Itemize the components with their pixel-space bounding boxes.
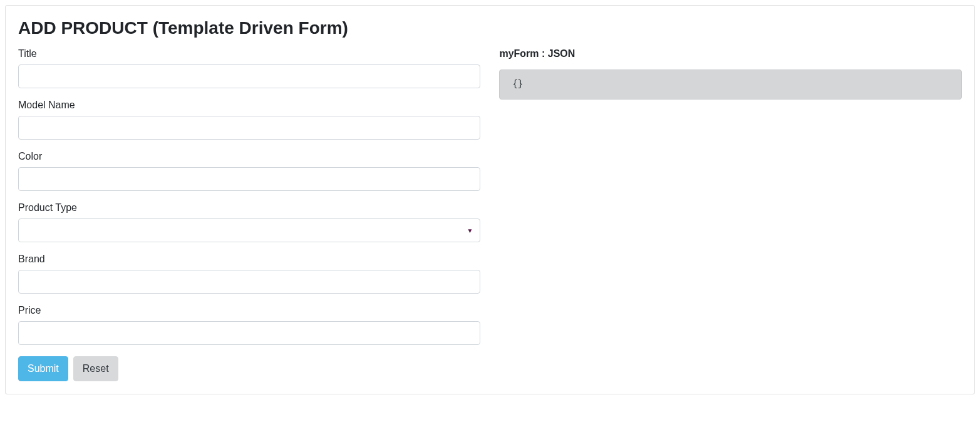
button-row: Submit Reset [18,356,480,381]
json-output: {} [499,69,962,100]
reset-button[interactable]: Reset [73,356,118,381]
model-name-input[interactable] [18,116,480,140]
field-group-color: Color [18,151,480,191]
select-wrapper: ▼ [18,218,480,242]
field-group-model-name: Model Name [18,100,480,140]
json-panel-label: myForm : JSON [499,48,962,59]
product-type-select[interactable] [18,218,480,242]
field-group-price: Price [18,305,480,345]
field-group-product-type: Product Type ▼ [18,202,480,242]
label-color: Color [18,151,480,162]
color-input[interactable] [18,167,480,191]
form-column: Title Model Name Color Product Type [18,48,480,381]
json-column: myForm : JSON {} [499,48,962,381]
title-input[interactable] [18,64,480,88]
price-input[interactable] [18,321,480,345]
layout-row: Title Model Name Color Product Type [18,48,962,381]
form-card: ADD PRODUCT (Template Driven Form) Title… [5,5,975,394]
brand-input[interactable] [18,270,480,294]
field-group-brand: Brand [18,254,480,294]
field-group-title: Title [18,48,480,88]
label-product-type: Product Type [18,202,480,213]
add-product-form: Title Model Name Color Product Type [18,48,480,381]
label-title: Title [18,48,480,59]
submit-button[interactable]: Submit [18,356,68,381]
label-price: Price [18,305,480,316]
page-title: ADD PRODUCT (Template Driven Form) [18,18,962,38]
label-brand: Brand [18,254,480,265]
label-model-name: Model Name [18,100,480,111]
